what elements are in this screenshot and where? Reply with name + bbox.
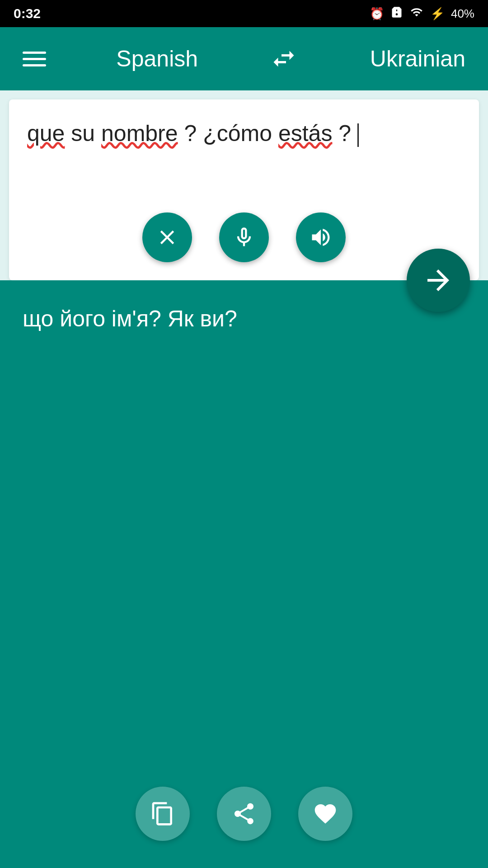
source-word-estas: estás: [278, 121, 333, 146]
status-bar: 0:32 ⏰ ⚡ 40%: [0, 0, 488, 27]
source-word-q1: ? ¿cómo: [184, 121, 278, 146]
copy-button[interactable]: [136, 787, 190, 841]
source-actions: [9, 212, 479, 262]
menu-button[interactable]: [23, 52, 46, 66]
clear-button[interactable]: [142, 212, 192, 262]
source-word-su: su: [71, 121, 101, 146]
share-button[interactable]: [217, 787, 271, 841]
target-actions: [0, 787, 488, 841]
source-language-selector[interactable]: Spanish: [116, 46, 198, 72]
source-word-q2: ?: [338, 121, 351, 146]
main-content: que su nombre ? ¿cómo estás ?: [0, 90, 488, 868]
target-language-selector[interactable]: Ukrainian: [370, 46, 465, 72]
target-panel: що його ім'я? Як ви?: [0, 280, 488, 868]
charging-icon: ⚡: [430, 7, 445, 21]
battery-level: 40%: [451, 7, 474, 21]
source-word-que: que: [27, 121, 65, 146]
target-text: що його ім'я? Як ви?: [23, 303, 465, 335]
source-panel: que su nombre ? ¿cómo estás ?: [9, 99, 479, 280]
status-icons: ⏰ ⚡ 40%: [370, 6, 474, 22]
favorite-button[interactable]: [298, 787, 352, 841]
microphone-button[interactable]: [219, 212, 269, 262]
source-panel-wrapper: que su nombre ? ¿cómo estás ?: [0, 90, 488, 280]
source-text-area[interactable]: que su nombre ? ¿cómo estás ?: [27, 118, 461, 208]
source-word-nombre: nombre: [101, 121, 178, 146]
alarm-icon: ⏰: [370, 7, 384, 21]
translate-button[interactable]: [407, 249, 470, 312]
toolbar: Spanish Ukrainian: [0, 27, 488, 90]
swap-languages-button[interactable]: [268, 45, 300, 72]
speak-button[interactable]: [296, 212, 346, 262]
sim-icon: [390, 6, 403, 22]
status-time: 0:32: [14, 6, 41, 21]
signal-icon: [409, 6, 424, 22]
text-cursor: [357, 123, 359, 147]
